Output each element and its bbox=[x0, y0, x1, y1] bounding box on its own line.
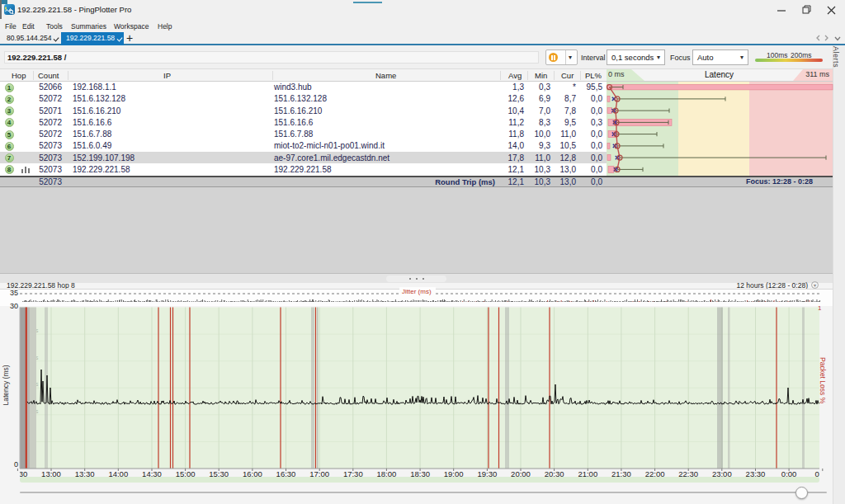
svg-text:Jitter (ms): Jitter (ms) bbox=[402, 288, 432, 295]
